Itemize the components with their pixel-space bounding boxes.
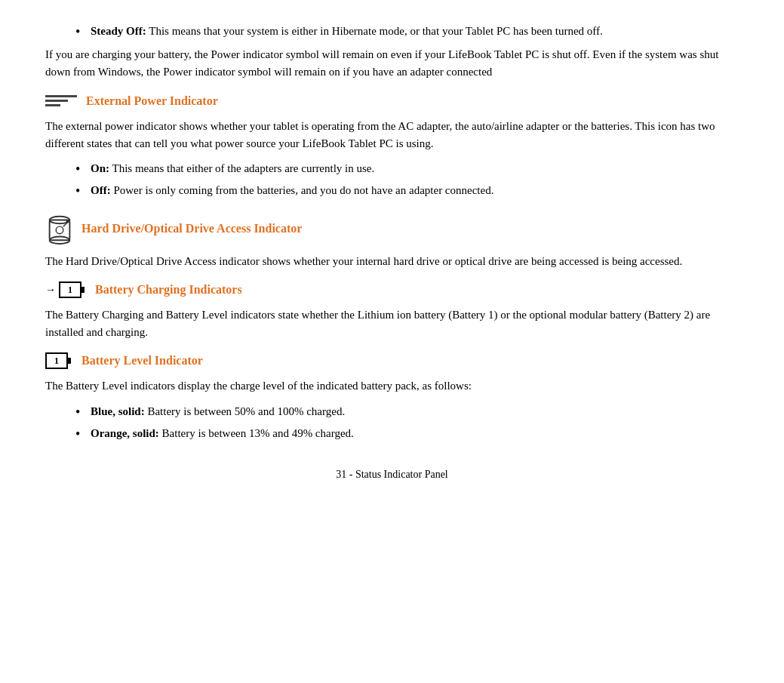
bullet-dot: •	[75, 425, 91, 444]
footer-label: Status Indicator Panel	[355, 469, 448, 480]
bullet-steady-off: • Steady Off: This means that your syste…	[75, 23, 739, 42]
intro-paragraph: If you are charging your battery, the Po…	[45, 46, 739, 82]
hdd-heading-row: Hard Drive/Optical Drive Access Indicato…	[45, 212, 739, 245]
battery-level-blue-label: Blue, solid:	[91, 405, 145, 417]
ext-power-icon-line3	[45, 104, 60, 106]
battery-charging-heading: Battery Charging Indicators	[95, 281, 242, 299]
battery-level-orange-text: Orange, solid: Battery is between 13% an…	[91, 425, 739, 442]
hdd-body: The Hard Drive/Optical Drive Access indi…	[45, 253, 739, 270]
battery-level-orange-label: Orange, solid:	[91, 427, 159, 439]
ext-power-heading-row: External Power Indicator	[45, 92, 739, 110]
battery-level-bullet-blue: • Blue, solid: Battery is between 50% an…	[75, 403, 739, 422]
ext-power-bullets: • On: This means that either of the adap…	[75, 160, 739, 201]
battery-level-heading: Battery Level Indicator	[81, 352, 203, 370]
battery-level-heading-row: 1 Battery Level Indicator	[45, 352, 739, 370]
top-bullets: • Steady Off: This means that your syste…	[75, 23, 739, 42]
battery-charging-body: The Battery Charging and Battery Level i…	[45, 306, 739, 342]
ext-power-bullet-off: • Off: Power is only coming from the bat…	[75, 182, 739, 201]
bullet-steady-off-text: Steady Off: This means that your system …	[91, 23, 739, 40]
ext-power-heading: External Power Indicator	[86, 92, 218, 110]
hdd-icon	[45, 212, 74, 245]
arrow-icon: →	[45, 282, 56, 297]
steady-off-label: Steady Off:	[91, 25, 146, 37]
ext-power-body: The external power indicator shows wheth…	[45, 118, 739, 153]
battery-level-number: 1	[54, 354, 59, 368]
battery-level-icon: 1	[45, 352, 68, 369]
battery-charging-heading-row: → 1 Battery Charging Indicators	[45, 281, 739, 299]
bullet-dot: •	[75, 23, 91, 42]
battery-level-bullet-orange: • Orange, solid: Battery is between 13% …	[75, 425, 739, 444]
battery-level-blue-text: Blue, solid: Battery is between 50% and …	[91, 403, 739, 420]
battery-charging-number: 1	[68, 283, 72, 297]
hdd-heading: Hard Drive/Optical Drive Access Indicato…	[81, 220, 302, 238]
battery-level-body: The Battery Level indicators display the…	[45, 377, 739, 395]
page-number: 31	[336, 469, 346, 480]
ext-power-on-label: On:	[91, 162, 109, 174]
battery-charging-box: 1	[59, 282, 81, 298]
battery-charging-icon: → 1	[45, 282, 81, 298]
ext-power-icon-line2	[45, 100, 68, 102]
ext-power-icon-line1	[45, 95, 77, 97]
footer-separator: -	[346, 469, 355, 480]
bullet-dot: •	[75, 403, 91, 422]
svg-point-3	[56, 226, 63, 234]
svg-point-5	[66, 220, 69, 223]
battery-level-bullets: • Blue, solid: Battery is between 50% an…	[75, 403, 739, 444]
ext-power-icon	[45, 95, 78, 106]
ext-power-off-label: Off:	[91, 184, 111, 196]
hdd-svg	[46, 213, 73, 245]
battery-level-box: 1	[45, 352, 68, 369]
page-footer: 31 - Status Indicator Panel	[45, 466, 739, 482]
ext-power-bullet-on: • On: This means that either of the adap…	[75, 160, 739, 179]
bullet-dot: •	[75, 160, 91, 179]
ext-power-off-text: Off: Power is only coming from the batte…	[91, 182, 739, 199]
bullet-dot: •	[75, 182, 91, 201]
ext-power-on-text: On: This means that either of the adapte…	[91, 160, 739, 177]
